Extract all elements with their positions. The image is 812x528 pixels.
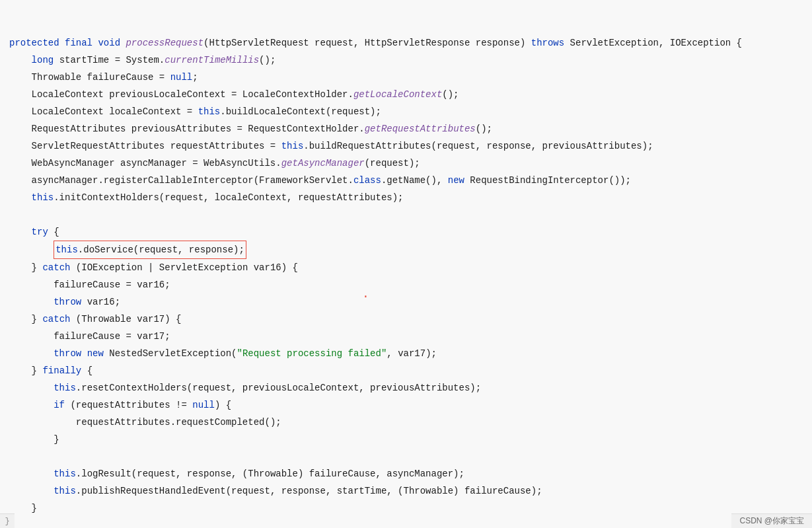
code-line: } finally { bbox=[7, 362, 812, 379]
code-viewer: protected final void processRequest(Http… bbox=[0, 0, 812, 528]
code-line: LocaleContext localeContext = this.build… bbox=[7, 103, 812, 120]
highlighted-statement: this.doService(request, response); bbox=[54, 241, 246, 259]
code-line: } catch (IOException | ServletException … bbox=[7, 259, 812, 276]
code-line: failureCause = var17; bbox=[7, 328, 812, 345]
code-line: requestAttributes.requestCompleted(); bbox=[7, 414, 812, 431]
code-line: asyncManager.registerCallableInterceptor… bbox=[7, 172, 812, 189]
code-line: throw var16; bbox=[7, 293, 812, 311]
code-line: this.resetContextHolders(request, previo… bbox=[7, 379, 812, 396]
code-line bbox=[7, 448, 812, 465]
code-line bbox=[7, 517, 812, 528]
code-line: Throwable failureCause = null; bbox=[7, 69, 812, 86]
code-line: this.doService(request, response); bbox=[7, 241, 812, 259]
code-line: this.logResult(request, response, (Throw… bbox=[7, 465, 812, 482]
branding-bar: CSDN @你家宝宝 bbox=[731, 513, 812, 528]
branding-text: CSDN @你家宝宝 bbox=[739, 516, 804, 525]
code-line: } catch (Throwable var17) { bbox=[7, 311, 812, 328]
code-line bbox=[7, 206, 812, 223]
code-line: if (requestAttributes != null) { bbox=[7, 396, 812, 414]
code-line: } bbox=[7, 500, 812, 517]
code-line: this.publishRequestHandledEvent(request,… bbox=[7, 482, 812, 500]
code-line: long startTime = System.currentTimeMilli… bbox=[7, 52, 812, 69]
code-line: throw new NestedServletException("Reques… bbox=[7, 345, 812, 362]
bottom-left-marker: } bbox=[0, 513, 15, 528]
code-line: this.initContextHolders(request, localeC… bbox=[7, 189, 812, 206]
dot-indicator: . bbox=[362, 287, 369, 301]
code-content: protected final void processRequest(Http… bbox=[0, 0, 812, 528]
code-line: try { bbox=[7, 223, 812, 241]
code-line: RequestAttributes previousAttributes = R… bbox=[7, 120, 812, 137]
code-line: ServletRequestAttributes requestAttribut… bbox=[7, 137, 812, 155]
code-line: } bbox=[7, 431, 812, 448]
code-line: LocaleContext previousLocaleContext = Lo… bbox=[7, 86, 812, 103]
code-line: WebAsyncManager asyncManager = WebAsyncU… bbox=[7, 155, 812, 172]
code-line: failureCause = var16; bbox=[7, 276, 812, 293]
code-line: protected final void processRequest(Http… bbox=[7, 34, 812, 52]
